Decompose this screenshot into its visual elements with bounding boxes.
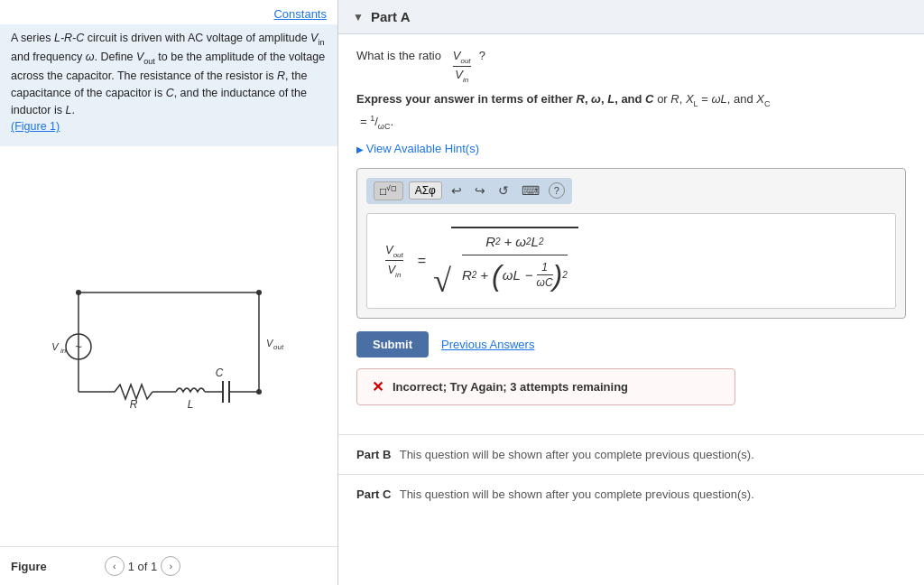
svg-text:C: C <box>216 367 224 379</box>
refresh-icon[interactable]: ↺ <box>494 181 513 200</box>
part-a-label: Part A <box>371 9 411 24</box>
svg-text:~: ~ <box>75 339 82 353</box>
figure-nav: Figure ‹ 1 of 1 › <box>0 546 337 585</box>
left-panel: Constants A series L-R-C circuit is driv… <box>0 0 338 585</box>
equals-line: = 1/ωC. <box>360 114 906 131</box>
undo-icon[interactable]: ↩ <box>448 181 466 200</box>
svg-text:L: L <box>188 398 194 411</box>
ratio-fraction: Vout Vin <box>453 49 471 83</box>
page-indicator: 1 of 1 <box>128 560 158 573</box>
lhs-num: Vout <box>385 243 403 259</box>
part-c-text: This question will be shown after you co… <box>400 488 754 501</box>
part-b-text: This question will be shown after you co… <box>400 448 754 461</box>
submit-button[interactable]: Submit <box>356 331 429 358</box>
matrix-tool-button[interactable]: □√◻ <box>374 181 403 200</box>
error-icon: ✕ <box>372 378 383 395</box>
inner-fraction: 1 ωC <box>537 261 553 289</box>
right-panel: ▼ Part A What is the ratio Vout Vin ? Ex… <box>338 0 924 585</box>
error-text: Incorrect; Try Again; 3 attempts remaini… <box>393 380 628 394</box>
question-mark: ? <box>479 49 485 62</box>
equals-symbol: = <box>418 253 426 269</box>
instruction-or: or <box>657 92 670 106</box>
numerator-expr: R2 + ω2L2 <box>485 234 543 249</box>
svg-text:R: R <box>130 398 138 411</box>
part-c-label: Part C <box>356 488 391 501</box>
ratio-numerator: Vout <box>453 49 471 65</box>
math-display: Vout Vin = √ <box>366 213 896 309</box>
prev-answers-link[interactable]: Previous Answers <box>441 338 534 351</box>
svg-text:V: V <box>51 341 60 352</box>
circuit-area: ~ V in R L C V out <box>0 146 337 546</box>
hint-link[interactable]: View Available Hint(s) <box>356 142 906 155</box>
figure-label: Figure <box>11 560 47 573</box>
svg-text:in: in <box>60 347 67 355</box>
problem-text: A series L-R-C circuit is driven with AC… <box>0 24 337 146</box>
sqrt-expression: √ R2 + ω2L2 <box>433 227 578 295</box>
part-a-body: What is the ratio Vout Vin ? Express you… <box>338 34 924 434</box>
question-text: What is the ratio <box>356 49 441 62</box>
instruction-rest: R, XL = ωL, and XC <box>670 92 770 106</box>
next-figure-button[interactable]: › <box>161 556 180 576</box>
redo-icon[interactable]: ↪ <box>471 181 489 200</box>
submit-row: Submit Previous Answers <box>356 331 906 358</box>
math-input-container: □√◻ AΣφ ↩ ↪ ↺ ⌨ ? Vout Vin = <box>356 168 906 319</box>
part-b-section: Part B This question will be shown after… <box>338 434 924 474</box>
circuit-diagram: ~ V in R L C V out <box>42 274 295 419</box>
keyboard-icon[interactable]: ⌨ <box>518 181 543 200</box>
main-fraction-line <box>462 255 568 255</box>
alpha-tool-button[interactable]: AΣφ <box>409 181 442 200</box>
svg-point-13 <box>256 389 262 395</box>
constants-link[interactable]: Constants <box>0 0 337 24</box>
lhs-fraction: Vout Vin <box>385 243 403 279</box>
math-toolbar: □√◻ AΣφ ↩ ↪ ↺ ⌨ ? <box>366 178 572 204</box>
svg-point-11 <box>76 290 81 295</box>
problem-sentence: A series L-R-C circuit is driven with AC… <box>11 32 325 116</box>
inner-num: 1 <box>541 261 548 274</box>
svg-point-12 <box>256 290 262 295</box>
ratio-denominator: Vin <box>455 68 468 84</box>
figure1-link[interactable]: (Figure 1) <box>11 120 60 133</box>
help-icon[interactable]: ? <box>549 182 565 199</box>
inner-den: ωC <box>537 276 553 289</box>
radical-symbol: √ <box>433 227 451 295</box>
instruction-bold: Express your answer in terms of either R… <box>356 92 654 106</box>
part-c-section: Part C This question will be shown after… <box>338 474 924 514</box>
part-b-label: Part B <box>356 448 391 461</box>
prev-figure-button[interactable]: ‹ <box>105 556 125 576</box>
error-box: ✕ Incorrect; Try Again; 3 attempts remai… <box>356 368 735 405</box>
question-line: What is the ratio Vout Vin ? <box>356 49 906 83</box>
lhs-den: Vin <box>387 263 401 279</box>
denominator-expr: R2 + ( ωL − 1 ωC <box>462 261 568 290</box>
radical-content: R2 + ω2L2 R2 + ( <box>451 227 578 295</box>
part-a-arrow: ▼ <box>353 11 364 23</box>
svg-text:out: out <box>273 343 284 351</box>
instruction-line: Express your answer in terms of either R… <box>356 92 906 108</box>
part-a-header[interactable]: ▼ Part A <box>338 0 924 34</box>
